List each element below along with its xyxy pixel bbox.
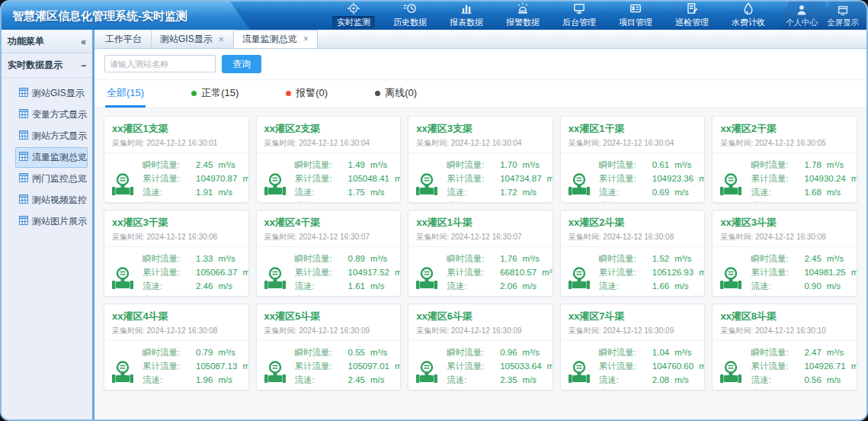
status-filter[interactable]: 离线(0) bbox=[373, 80, 418, 108]
metric-row: 累计流量:105126.93m³ bbox=[599, 265, 706, 279]
sidebar-item[interactable]: 测站GIS显示 bbox=[15, 83, 88, 104]
sidebar-section-realtime[interactable]: 实时数据显示 − bbox=[2, 53, 92, 78]
metric-row: 水位:1.93m bbox=[295, 293, 402, 297]
field-value: 1.96 bbox=[196, 373, 213, 387]
field-value: 1.76 bbox=[500, 252, 517, 265]
field-label: 瞬时流量: bbox=[447, 158, 500, 172]
field-value: 2.26 bbox=[348, 199, 365, 203]
top-nav-item-6[interactable]: 巡检管理 bbox=[664, 2, 720, 30]
tab[interactable]: 测站GIS显示 × bbox=[151, 30, 233, 48]
field-value: 0.96 bbox=[500, 345, 517, 359]
field-value: 0.51 bbox=[348, 387, 365, 390]
metric-row: 流速:0.69m/s bbox=[599, 185, 706, 199]
field-label: 瞬时流量: bbox=[751, 345, 804, 359]
sidebar-item[interactable]: 测站视频监控 bbox=[15, 190, 88, 210]
metric-row: 水位:2.30m bbox=[143, 199, 249, 203]
tab[interactable]: 工作平台 × bbox=[96, 30, 151, 48]
tab[interactable]: 流量监测总览 × bbox=[233, 30, 318, 48]
top-nav-item-1[interactable]: 历史数据 bbox=[382, 2, 438, 30]
field-value: 0.61 bbox=[652, 158, 669, 172]
flow-meter-icon bbox=[413, 360, 440, 386]
status-filter-label: 离线(0) bbox=[385, 86, 417, 100]
flow-meter-icon bbox=[717, 360, 745, 386]
close-tab-icon[interactable]: × bbox=[303, 34, 309, 43]
field-unit: m bbox=[827, 387, 834, 390]
station-card: xx灌区3干渠 采集时间: 2024-12-12 16:30:06 瞬时流量:1… bbox=[104, 210, 249, 297]
section-collapse-icon: − bbox=[81, 60, 86, 71]
collect-time: 采集时间: 2024-12-12 16:30:04 bbox=[416, 138, 545, 149]
field-label: 流速: bbox=[599, 373, 652, 387]
field-unit: m/s bbox=[674, 373, 689, 387]
field-label: 瞬时流量: bbox=[599, 158, 652, 172]
status-filter[interactable]: 正常(15) bbox=[190, 80, 240, 108]
metric-row: 累计流量:105033.64m³ bbox=[447, 359, 553, 373]
metric-row: 瞬时流量:1.52m³/s bbox=[599, 252, 706, 265]
top-nav-item-4[interactable]: 后台管理 bbox=[551, 2, 607, 30]
sidebar-item[interactable]: 闸门监控总览 bbox=[15, 169, 88, 189]
flow-meter-icon bbox=[413, 172, 440, 198]
grid-icon bbox=[19, 130, 28, 142]
field-unit: m bbox=[218, 293, 226, 297]
field-value: 104760.60 bbox=[652, 359, 693, 373]
collect-time: 采集时间: 2024-12-12 16:30:06 bbox=[112, 232, 241, 243]
metric-row: 累计流量:104923.36m³ bbox=[599, 172, 706, 185]
field-value: 2.47 bbox=[804, 345, 821, 359]
top-nav-item-5[interactable]: 项目管理 bbox=[607, 2, 664, 30]
status-filter[interactable]: 全部(15) bbox=[105, 80, 146, 108]
field-unit: m³/s bbox=[827, 252, 844, 265]
close-tab-icon[interactable]: × bbox=[219, 35, 224, 44]
realtime-target-icon bbox=[347, 2, 360, 15]
top-nav-item-7[interactable]: 水费计收 bbox=[720, 2, 777, 30]
top-nav-item-3[interactable]: 报警数据 bbox=[495, 2, 551, 30]
field-label: 累计流量: bbox=[143, 359, 196, 373]
field-label: 流速: bbox=[447, 185, 500, 199]
collect-time: 采集时间: 2024-12-12 16:30:07 bbox=[416, 232, 545, 243]
sidebar-item[interactable]: 测站图片展示 bbox=[15, 211, 88, 232]
sidebar-item-label: 测站方式显示 bbox=[32, 130, 87, 143]
query-button[interactable]: 查询 bbox=[222, 55, 261, 73]
field-label: 瞬时流量: bbox=[295, 345, 348, 359]
field-value: 105087.13 bbox=[196, 359, 237, 373]
metric-row: 瞬时流量:0.89m³/s bbox=[295, 252, 402, 265]
field-value: 105033.64 bbox=[500, 359, 541, 373]
metric-row: 流速:2.06m/s bbox=[447, 279, 552, 293]
grid-icon bbox=[19, 173, 28, 185]
fullscreen-icon bbox=[836, 4, 850, 17]
station-metrics: 瞬时流量:2.45m³/s累计流量:104981.25m³流速:0.90m/s水… bbox=[751, 252, 857, 297]
field-label: 瞬时流量: bbox=[295, 252, 348, 265]
field-label: 流速: bbox=[599, 185, 652, 199]
history-clock-icon bbox=[403, 2, 417, 15]
sidebar-item[interactable]: 变量方式显示 bbox=[15, 104, 88, 125]
status-filter[interactable]: 报警(0) bbox=[284, 80, 329, 108]
project-card-icon bbox=[629, 2, 642, 15]
field-unit: m/s bbox=[827, 373, 841, 387]
field-value: 2.07 bbox=[804, 199, 821, 203]
station-search-input[interactable] bbox=[104, 55, 216, 72]
metric-row: 流速:1.75m/s bbox=[295, 185, 402, 199]
fullscreen-button[interactable]: 全屏显示 bbox=[819, 2, 866, 30]
station-card: xx灌区4干渠 采集时间: 2024-12-12 16:30:07 瞬时流量:0… bbox=[256, 210, 402, 297]
field-label: 水位: bbox=[599, 199, 652, 203]
top-nav-item-2[interactable]: 报表数据 bbox=[438, 2, 495, 30]
station-card: xx灌区4斗渠 采集时间: 2024-12-12 16:30:08 瞬时流量:0… bbox=[104, 304, 249, 390]
field-value: 0.83 bbox=[500, 293, 517, 297]
sidebar-collapse-icon[interactable]: « bbox=[81, 37, 86, 47]
station-metrics: 瞬时流量:0.61m³/s累计流量:104923.36m³流速:0.69m/s水… bbox=[599, 158, 706, 203]
field-label: 流速: bbox=[447, 373, 500, 387]
metric-row: 累计流量:104981.25m³ bbox=[751, 265, 857, 279]
field-label: 瞬时流量: bbox=[143, 252, 196, 265]
station-name: xx灌区1支渠 bbox=[112, 122, 241, 136]
field-unit: m/s bbox=[523, 373, 537, 387]
field-unit: m bbox=[674, 293, 682, 297]
user-center-button[interactable]: 个人中心 bbox=[778, 2, 825, 30]
top-nav-item-0[interactable]: 实时监测 bbox=[325, 2, 382, 30]
sidebar-item[interactable]: 流量监测总览 bbox=[15, 147, 88, 168]
status-dot-icon bbox=[286, 91, 291, 96]
field-value: 1.70 bbox=[500, 158, 517, 172]
sidebar-item[interactable]: 测站方式显示 bbox=[15, 126, 88, 146]
field-value: 104981.25 bbox=[804, 265, 845, 279]
flow-meter-icon bbox=[717, 172, 745, 198]
field-value: 0.79 bbox=[196, 345, 213, 359]
grid-icon bbox=[19, 152, 28, 163]
station-metrics: 瞬时流量:2.47m³/s累计流量:104926.71m³流速:0.56m/s水… bbox=[751, 345, 857, 390]
